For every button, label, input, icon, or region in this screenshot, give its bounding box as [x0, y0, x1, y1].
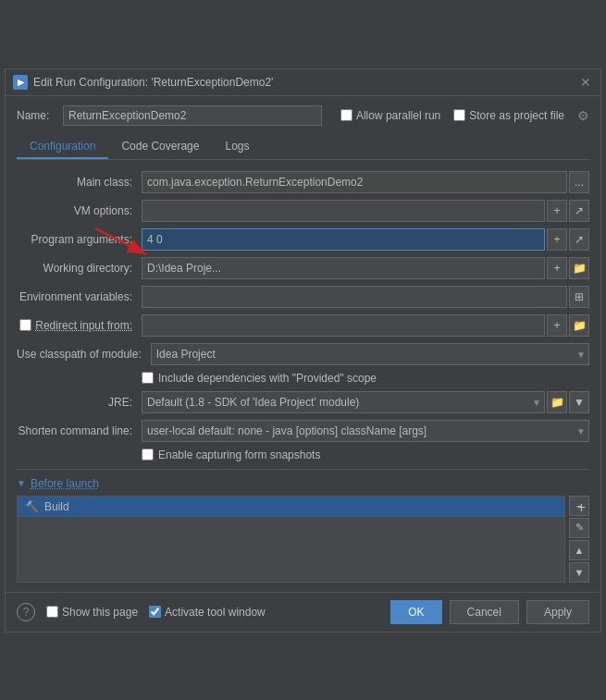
vm-options-expand-btn[interactable]: ↗ — [569, 200, 589, 222]
classpath-module-select[interactable]: Idea Project — [151, 343, 589, 365]
build-icon: 🔨 — [25, 500, 39, 513]
before-launch-add-btn[interactable]: + — [577, 499, 586, 515]
redirect-input-checkbox[interactable] — [19, 319, 31, 331]
name-input[interactable] — [63, 105, 322, 126]
classpath-module-label: Use classpath of module: — [17, 348, 151, 361]
jre-dropdown-btn[interactable]: ▼ — [569, 391, 589, 413]
main-class-row: Main class: ... — [17, 171, 589, 193]
bottom-right: OK Cancel Apply — [390, 600, 589, 624]
jre-row: JRE: Default (1.8 - SDK of 'Idea Project… — [17, 391, 589, 413]
vm-options-row: VM options: + ↗ — [17, 200, 589, 222]
jre-dropdown-wrapper: Default (1.8 - SDK of 'Idea Project' mod… — [142, 391, 545, 413]
jre-folder-btn[interactable]: 📁 — [547, 391, 567, 413]
show-page-checkbox-label[interactable]: Show this page — [46, 606, 138, 619]
before-launch-list: 🔨 Build + — [17, 496, 565, 583]
section-divider — [17, 469, 589, 470]
name-label: Name: — [17, 109, 56, 122]
before-launch-expand-icon: ▼ — [17, 478, 26, 488]
cancel-button[interactable]: Cancel — [450, 600, 519, 624]
app-icon: ▶ — [13, 75, 28, 90]
program-arguments-input-group: + ↗ — [142, 228, 589, 251]
before-launch-section: ▼ Before launch 🔨 Build + − ✎ ▲ — [17, 477, 589, 583]
before-launch-header[interactable]: ▼ Before launch — [17, 477, 589, 490]
dialog-body: Name: Allow parallel run Store as projec… — [6, 96, 600, 592]
dialog-title: Edit Run Configuration: 'ReturnException… — [33, 76, 273, 89]
redirect-input-row: Redirect input from: + 📁 — [17, 314, 589, 337]
enable-snapshots-checkbox[interactable] — [142, 448, 154, 461]
apply-button[interactable]: Apply — [526, 600, 589, 624]
vm-options-input[interactable] — [142, 200, 545, 222]
before-launch-down-btn[interactable]: ▼ — [569, 562, 589, 583]
close-icon[interactable]: ✕ — [580, 76, 593, 89]
main-class-label: Main class: — [17, 176, 142, 189]
program-arguments-row: Program arguments: + ↗ — [17, 228, 589, 251]
activate-tool-label: Activate tool window — [165, 606, 266, 619]
program-arguments-label: Program arguments: — [17, 233, 142, 246]
before-launch-edit-btn[interactable]: ✎ — [569, 518, 589, 538]
tabs: Configuration Code Coverage Logs — [17, 135, 589, 160]
vm-options-label: VM options: — [17, 204, 142, 217]
bottom-checkboxes: Show this page Activate tool window — [46, 606, 266, 619]
working-directory-row: Working directory: + 📁 — [17, 257, 589, 279]
environment-variables-label: Environment variables: — [17, 290, 142, 303]
store-project-checkbox[interactable]: Store as project file — [453, 109, 564, 122]
activate-tool-checkbox-label[interactable]: Activate tool window — [149, 606, 266, 619]
launch-list-wrapper: 🔨 Build + − ✎ ▲ ▼ — [17, 496, 589, 583]
redirect-input-label: Redirect input from: — [35, 319, 132, 332]
main-class-input[interactable] — [142, 171, 567, 193]
tab-code-coverage[interactable]: Code Coverage — [108, 135, 212, 159]
shorten-cmd-label: Shorten command line: — [17, 424, 142, 437]
before-launch-up-btn[interactable]: ▲ — [569, 540, 589, 560]
env-vars-browse-btn[interactable]: ⊞ — [569, 286, 589, 308]
title-bar: ▶ Edit Run Configuration: 'ReturnExcepti… — [6, 69, 600, 96]
help-button[interactable]: ? — [17, 603, 35, 621]
include-deps-checkbox[interactable] — [142, 372, 154, 384]
tab-logs[interactable]: Logs — [212, 135, 262, 159]
include-deps-checkbox-label[interactable]: Include dependencies with "Provided" sco… — [142, 372, 377, 385]
title-bar-left: ▶ Edit Run Configuration: 'ReturnExcepti… — [13, 75, 273, 90]
include-deps-row: Include dependencies with "Provided" sco… — [17, 372, 589, 385]
working-dir-plus-btn[interactable]: + — [547, 257, 567, 279]
working-directory-input[interactable] — [142, 257, 545, 279]
redirect-folder-btn[interactable]: 📁 — [569, 314, 589, 337]
vm-options-plus-btn[interactable]: + — [547, 200, 567, 222]
program-args-plus-btn[interactable]: + — [547, 228, 567, 251]
redirect-input-input-group: + 📁 — [142, 314, 589, 337]
working-directory-input-group: + 📁 — [142, 257, 589, 279]
shorten-cmd-dropdown-wrapper: user-local default: none - java [options… — [142, 420, 589, 442]
show-page-checkbox[interactable] — [46, 606, 58, 618]
show-page-label: Show this page — [62, 606, 138, 619]
working-directory-label: Working directory: — [17, 262, 142, 275]
allow-parallel-checkbox[interactable]: Allow parallel run — [340, 109, 440, 122]
working-dir-folder-btn[interactable]: 📁 — [569, 257, 589, 279]
program-arguments-input[interactable] — [142, 228, 545, 251]
activate-tool-checkbox[interactable] — [149, 606, 161, 618]
environment-variables-input[interactable] — [142, 286, 567, 308]
shorten-cmd-select[interactable]: user-local default: none - java [options… — [142, 420, 589, 442]
tab-configuration[interactable]: Configuration — [17, 135, 108, 159]
bottom-bar: ? Show this page Activate tool window OK… — [6, 592, 600, 632]
before-launch-title: Before launch — [31, 477, 99, 490]
build-label: Build — [44, 500, 69, 513]
classpath-module-dropdown-wrapper: Idea Project ▼ — [151, 343, 589, 365]
name-row: Name: Allow parallel run Store as projec… — [17, 105, 589, 126]
environment-variables-row: Environment variables: ⊞ — [17, 286, 589, 308]
enable-snapshots-label[interactable]: Enable capturing form snapshots — [142, 448, 320, 461]
gear-icon[interactable]: ⚙ — [577, 108, 589, 123]
jre-select[interactable]: Default (1.8 - SDK of 'Idea Project' mod… — [142, 391, 545, 413]
redirect-input-input[interactable] — [142, 314, 545, 337]
enable-snapshots-row: Enable capturing form snapshots — [17, 448, 589, 461]
classpath-module-row: Use classpath of module: Idea Project ▼ — [17, 343, 589, 365]
main-class-input-group: ... — [142, 171, 589, 193]
jre-label: JRE: — [17, 396, 142, 409]
jre-input-group: Default (1.8 - SDK of 'Idea Project' mod… — [142, 391, 589, 413]
redirect-plus-btn[interactable]: + — [547, 314, 567, 337]
program-args-expand-btn[interactable]: ↗ — [569, 228, 589, 251]
shorten-cmd-row: Shorten command line: user-local default… — [17, 420, 589, 442]
list-item: 🔨 Build — [18, 497, 564, 517]
ok-button[interactable]: OK — [390, 600, 441, 624]
main-class-browse-btn[interactable]: ... — [569, 171, 589, 193]
vm-options-input-group: + ↗ — [142, 200, 589, 222]
dialog: ▶ Edit Run Configuration: 'ReturnExcepti… — [5, 68, 601, 632]
environment-variables-input-group: ⊞ — [142, 286, 589, 308]
